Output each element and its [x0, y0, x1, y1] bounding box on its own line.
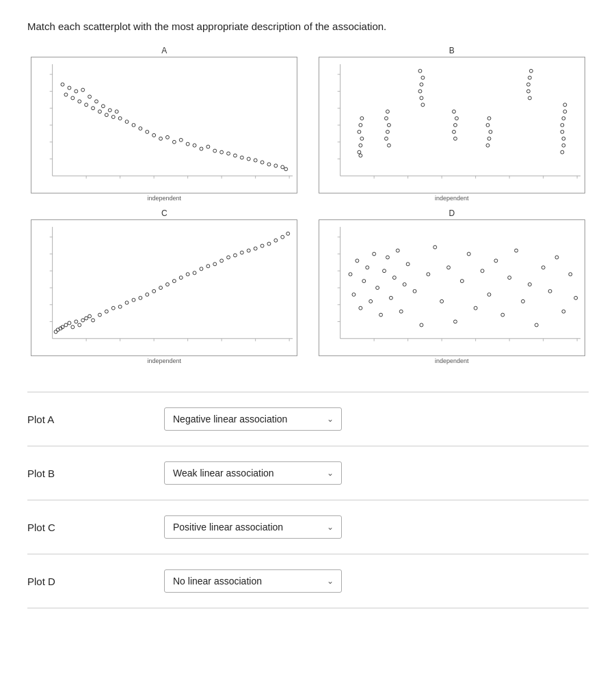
match-select-a[interactable]: Negative linear associationWeak linear a… — [164, 407, 342, 431]
svg-point-206 — [420, 323, 423, 327]
plots-grid: A — [27, 46, 589, 364]
svg-point-82 — [387, 124, 390, 127]
svg-point-142 — [92, 319, 95, 322]
svg-point-26 — [98, 110, 102, 113]
svg-point-49 — [234, 154, 237, 157]
svg-point-92 — [452, 130, 455, 133]
svg-point-99 — [489, 130, 492, 133]
svg-point-202 — [399, 310, 403, 313]
svg-point-140 — [85, 317, 88, 320]
svg-point-157 — [193, 271, 196, 275]
svg-point-57 — [284, 167, 288, 171]
svg-point-170 — [281, 235, 284, 239]
svg-point-221 — [521, 299, 524, 303]
match-select-wrapper-c: Negative linear associationWeak linear a… — [164, 515, 342, 539]
match-row-d: Plot D Negative linear associationWeak l… — [27, 554, 589, 608]
svg-point-226 — [555, 256, 559, 259]
svg-point-109 — [563, 110, 567, 113]
svg-point-50 — [241, 156, 244, 159]
svg-point-207 — [427, 273, 430, 276]
plot-b-container: B — [315, 46, 589, 202]
match-row-a: Plot A Negative linear associationWeak l… — [27, 392, 589, 446]
svg-point-38 — [159, 137, 163, 140]
svg-point-96 — [453, 137, 457, 140]
svg-point-22 — [85, 103, 88, 107]
svg-point-75 — [360, 137, 364, 140]
svg-point-149 — [139, 296, 142, 299]
svg-point-164 — [241, 251, 244, 254]
match-label-a: Plot A — [27, 414, 164, 425]
svg-point-17 — [68, 86, 71, 90]
svg-point-112 — [563, 103, 567, 107]
svg-point-158 — [200, 267, 203, 271]
svg-point-208 — [433, 245, 437, 249]
svg-point-48 — [227, 152, 230, 155]
svg-point-35 — [139, 126, 142, 130]
svg-point-89 — [418, 69, 422, 72]
svg-point-193 — [369, 299, 372, 303]
plot-c-container: C — [27, 208, 302, 364]
svg-point-225 — [548, 289, 552, 293]
svg-point-27 — [102, 105, 105, 108]
svg-point-95 — [452, 110, 455, 113]
svg-point-136 — [71, 325, 75, 329]
svg-point-104 — [529, 69, 533, 72]
svg-point-111 — [562, 137, 565, 140]
svg-point-77 — [359, 124, 362, 127]
svg-point-160 — [213, 262, 217, 266]
svg-point-83 — [384, 117, 388, 120]
match-select-d[interactable]: Negative linear associationWeak linear a… — [164, 569, 342, 593]
svg-point-15 — [61, 83, 64, 86]
svg-point-24 — [92, 107, 95, 110]
svg-point-215 — [481, 269, 484, 273]
svg-point-199 — [389, 296, 392, 299]
plot-b-xlabel: independent — [435, 195, 469, 202]
match-select-wrapper-a: Negative linear associationWeak linear a… — [164, 407, 342, 431]
svg-point-143 — [98, 313, 102, 317]
plot-d-label: D — [448, 208, 455, 218]
svg-point-81 — [386, 130, 389, 133]
svg-point-130 — [54, 330, 57, 334]
svg-point-155 — [180, 276, 183, 280]
instruction-text: Match each scatterplot with the most app… — [27, 21, 589, 32]
svg-point-205 — [413, 289, 416, 293]
svg-point-147 — [125, 301, 129, 304]
svg-point-167 — [260, 244, 264, 247]
svg-point-21 — [81, 88, 85, 92]
svg-point-87 — [420, 83, 423, 86]
svg-point-214 — [474, 306, 477, 310]
plot-a-box — [31, 57, 297, 193]
svg-point-54 — [267, 163, 271, 166]
svg-point-212 — [460, 280, 464, 283]
svg-point-188 — [352, 293, 356, 296]
match-row-c: Plot C Negative linear associationWeak l… — [27, 500, 589, 554]
svg-point-40 — [173, 140, 176, 144]
svg-point-53 — [260, 161, 264, 164]
svg-point-194 — [372, 252, 375, 256]
svg-point-108 — [562, 117, 565, 120]
svg-point-211 — [453, 320, 457, 323]
svg-point-85 — [387, 144, 390, 147]
svg-point-98 — [487, 137, 491, 140]
svg-point-222 — [528, 283, 531, 286]
svg-point-79 — [359, 154, 362, 157]
svg-point-139 — [81, 319, 85, 322]
svg-point-138 — [78, 323, 81, 327]
svg-point-56 — [281, 165, 284, 169]
match-select-c[interactable]: Negative linear associationWeak linear a… — [164, 515, 342, 539]
svg-point-217 — [494, 259, 498, 262]
svg-point-204 — [406, 262, 410, 266]
svg-point-135 — [68, 321, 71, 325]
svg-point-163 — [234, 254, 237, 257]
match-select-b[interactable]: Negative linear associationWeak linear a… — [164, 461, 342, 485]
svg-point-191 — [362, 280, 366, 283]
svg-point-90 — [420, 96, 423, 100]
svg-point-162 — [227, 256, 230, 259]
svg-point-197 — [382, 269, 386, 273]
svg-point-224 — [541, 266, 545, 269]
svg-point-209 — [440, 299, 443, 303]
svg-point-97 — [486, 144, 490, 147]
svg-point-145 — [112, 306, 116, 310]
svg-point-91 — [421, 103, 425, 107]
svg-point-51 — [247, 157, 251, 161]
